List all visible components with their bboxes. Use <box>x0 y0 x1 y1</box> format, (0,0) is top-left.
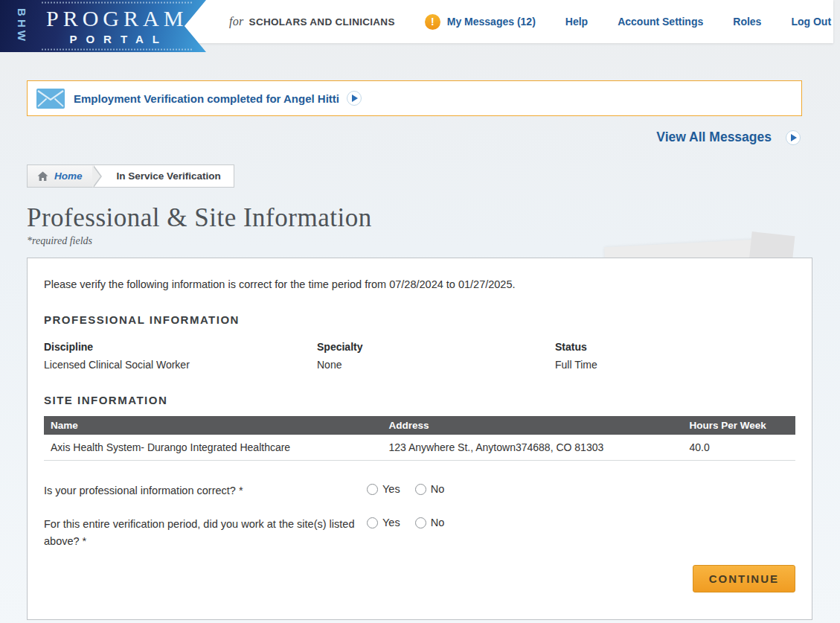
column-header-hours: Hours Per Week <box>683 416 796 435</box>
play-icon[interactable] <box>347 91 362 106</box>
radio-label: No <box>431 517 445 528</box>
my-messages-link[interactable]: ! My Messages (12) <box>410 0 551 43</box>
breadcrumb-home-link[interactable]: Home <box>28 165 94 187</box>
view-all-messages-link[interactable]: View All Messages <box>27 130 801 145</box>
audience-text: SCHOLARS AND CLINICIANS <box>249 16 395 28</box>
column-header-address: Address <box>382 416 683 435</box>
radio-button[interactable] <box>415 484 426 495</box>
radio-button[interactable] <box>367 517 378 528</box>
field-value: None <box>317 359 555 371</box>
nav-link-log-out[interactable]: Log Out <box>776 0 840 43</box>
bhw-program-portal-logo: BHW PROGRAM PORTAL <box>0 0 206 52</box>
radio-option-no[interactable]: No <box>415 517 445 528</box>
site-table: Name Address Hours Per Week Axis Health … <box>44 416 795 461</box>
verification-panel: Please verify the following information … <box>27 258 812 620</box>
view-all-messages-label: View All Messages <box>656 130 772 145</box>
field-value: Licensed Clinical Social Worker <box>44 359 317 371</box>
site-table-header-row: Name Address Hours Per Week <box>44 416 795 435</box>
notification-banner[interactable]: Employment Verification completed for An… <box>27 80 802 116</box>
home-icon <box>37 171 48 182</box>
breadcrumb-chevron-icon <box>94 165 104 187</box>
field-label: Status <box>555 341 597 353</box>
radio-button[interactable] <box>415 517 426 528</box>
question-worked-at-sites: For this entire verification period, did… <box>44 516 795 550</box>
nav-link-roles[interactable]: Roles <box>718 0 776 43</box>
nav-link-account-settings[interactable]: Account Settings <box>603 0 718 43</box>
column-header-name: Name <box>44 416 382 435</box>
page-body: Employment Verification completed for An… <box>0 80 840 620</box>
header-nav: for SCHOLARS AND CLINICIANS ! My Message… <box>214 0 833 43</box>
field-discipline: Discipline Licensed Clinical Social Work… <box>44 341 317 371</box>
play-icon <box>786 130 801 145</box>
radio-label: Yes <box>382 483 400 495</box>
alert-icon: ! <box>425 14 440 30</box>
radio-option-yes[interactable]: Yes <box>367 517 400 528</box>
radio-label: No <box>431 483 445 495</box>
radio-group-professional-correct: Yes No <box>367 483 444 495</box>
field-status: Status Full Time <box>555 341 597 371</box>
notification-text: Employment Verification completed for An… <box>74 92 339 105</box>
header-bar: BHW PROGRAM PORTAL for SCHOLARS AND CLIN… <box>0 0 833 43</box>
breadcrumb-current: In Service Verification <box>104 165 234 187</box>
logo-portal-text: PORTAL <box>46 33 187 45</box>
nav-link-help[interactable]: Help <box>551 0 603 43</box>
continue-button[interactable]: CONTINUE <box>693 565 795 592</box>
radio-label: Yes <box>382 517 400 528</box>
radio-option-yes[interactable]: Yes <box>367 483 400 495</box>
question-text: Is your professional information correct… <box>44 482 367 499</box>
radio-option-no[interactable]: No <box>415 483 445 495</box>
envelope-icon <box>36 89 65 109</box>
logo-program-text: PROGRAM <box>46 7 187 30</box>
intro-text: Please verify the following information … <box>44 278 795 290</box>
panel-actions: CONTINUE <box>44 565 795 592</box>
for-word: for <box>229 15 244 28</box>
breadcrumb: Home In Service Verification <box>27 164 234 188</box>
professional-fields: Discipline Licensed Clinical Social Work… <box>44 341 795 371</box>
site-information-heading: SITE INFORMATION <box>44 394 795 406</box>
professional-information-heading: PROFESSIONAL INFORMATION <box>44 313 795 326</box>
my-messages-label: My Messages (12) <box>447 16 536 28</box>
field-label: Discipline <box>44 341 317 353</box>
breadcrumb-home-label: Home <box>54 170 83 182</box>
radio-button[interactable] <box>367 484 378 495</box>
radio-group-worked-at-sites: Yes No <box>367 517 444 528</box>
panel-wrap: Please verify the following information … <box>27 258 812 620</box>
question-text: For this entire verification period, did… <box>44 516 367 550</box>
table-row: Axis Health System- Durango Integrated H… <box>44 435 795 461</box>
site-name-cell: Axis Health System- Durango Integrated H… <box>44 435 382 461</box>
audience-label: for SCHOLARS AND CLINICIANS <box>214 0 410 43</box>
bhw-vertical-text: BHW <box>16 8 28 44</box>
question-professional-correct: Is your professional information correct… <box>44 482 795 499</box>
field-label: Specialty <box>317 341 555 353</box>
field-value: Full Time <box>555 359 597 371</box>
logo-text: PROGRAM PORTAL <box>42 2 192 51</box>
field-specialty: Specialty None <box>317 341 555 371</box>
site-hours-cell: 40.0 <box>683 435 796 461</box>
site-address-cell: 123 Anywhere St., Anytown374688, CO 8130… <box>382 435 683 461</box>
